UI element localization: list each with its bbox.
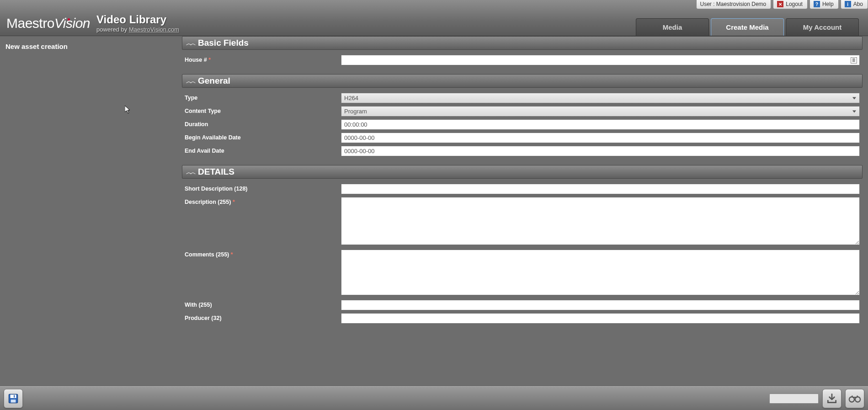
logo: MaestroVision — [6, 16, 90, 31]
download-button[interactable] — [822, 389, 841, 408]
chevron-up-icon: ︿︿ — [186, 78, 194, 84]
footer — [0, 386, 868, 410]
begin-date-input[interactable] — [341, 133, 860, 143]
nav-tabs: Media Create Media My Account — [636, 18, 859, 36]
svg-rect-3 — [14, 395, 15, 397]
section-basic-title: Basic Fields — [198, 38, 249, 48]
user-text: User : Maestrovision Demo — [700, 1, 767, 7]
powered-link[interactable]: MaestroVision.com — [129, 26, 179, 33]
field-note-icon: ≣ — [851, 57, 857, 64]
content: ︿︿ Basic Fields House # * ≣ ︿︿ General T… — [182, 36, 868, 386]
tab-create-media[interactable]: Create Media — [711, 18, 784, 36]
info-icon: i — [845, 1, 851, 7]
begin-date-label: Begin Available Date — [185, 133, 341, 141]
sidebar: New asset creation — [0, 36, 182, 386]
duration-label: Duration — [185, 119, 341, 128]
comments-label: Comments (255) * — [185, 250, 341, 258]
tab-my-account[interactable]: My Account — [786, 18, 859, 36]
producer-input[interactable] — [341, 313, 860, 324]
help-button[interactable]: ? Help — [809, 0, 839, 9]
main: New asset creation ︿︿ Basic Fields House… — [0, 36, 868, 386]
end-date-label: End Avail Date — [185, 146, 341, 154]
search-button[interactable] — [845, 389, 864, 408]
binoculars-icon — [848, 394, 861, 404]
logo-block: MaestroVision Video Library powered by M… — [0, 13, 179, 36]
producer-label: Producer (32) — [185, 313, 341, 321]
house-label: House # * — [185, 55, 341, 63]
section-details-header[interactable]: ︿︿ DETAILS — [182, 165, 863, 179]
desc-label: Description (255) * — [185, 197, 341, 205]
save-icon — [7, 393, 19, 405]
user-label: User : Maestrovision Demo — [696, 0, 772, 9]
footer-search-input[interactable] — [769, 394, 819, 404]
logout-label: Logout — [786, 1, 803, 7]
svg-rect-2 — [11, 399, 16, 403]
about-label: Abo — [853, 1, 863, 7]
download-icon — [826, 393, 838, 405]
chevron-up-icon: ︿︿ — [186, 40, 194, 46]
section-general-title: General — [198, 76, 230, 86]
type-label: Type — [185, 93, 341, 101]
sidebar-title: New asset creation — [5, 43, 176, 50]
chevron-up-icon: ︿︿ — [186, 169, 194, 175]
section-general-body: Type H264 Content Type Program Duration — [182, 88, 863, 164]
save-button[interactable] — [4, 389, 23, 408]
comments-textarea[interactable] — [341, 250, 860, 295]
help-label: Help — [822, 1, 834, 7]
content-type-label: Content Type — [185, 106, 341, 114]
section-details-body: Short Description (128) Description (255… — [182, 179, 863, 331]
section-basic-body: House # * ≣ — [182, 50, 863, 73]
app-title: Video Library — [96, 13, 179, 26]
content-type-select[interactable]: Program — [341, 106, 860, 117]
with-label: With (255) — [185, 300, 341, 308]
section-basic-header[interactable]: ︿︿ Basic Fields — [182, 36, 863, 50]
section-general-header[interactable]: ︿︿ General — [182, 74, 863, 88]
end-date-input[interactable] — [341, 146, 860, 156]
close-icon: ✕ — [777, 1, 783, 7]
short-desc-input[interactable] — [341, 184, 860, 194]
tab-media[interactable]: Media — [636, 18, 709, 36]
svg-rect-1 — [11, 394, 16, 398]
house-input[interactable] — [341, 55, 860, 65]
section-details-title: DETAILS — [198, 167, 234, 177]
duration-input[interactable] — [341, 119, 860, 130]
about-button[interactable]: i Abo — [841, 0, 868, 9]
type-select[interactable]: H264 — [341, 93, 860, 103]
help-icon: ? — [814, 1, 820, 7]
logout-button[interactable]: ✕ Logout — [773, 0, 808, 9]
short-desc-label: Short Description (128) — [185, 184, 341, 192]
powered-by: powered by MaestroVision.com — [96, 26, 179, 33]
desc-textarea[interactable] — [341, 197, 860, 245]
with-input[interactable] — [341, 300, 860, 310]
utility-bar: User : Maestrovision Demo ✕ Logout ? Hel… — [696, 0, 868, 9]
